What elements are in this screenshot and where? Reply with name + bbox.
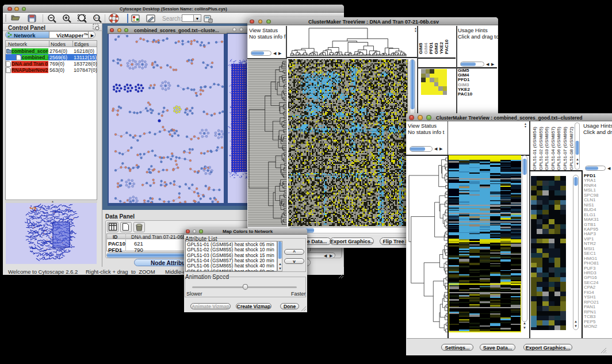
svg-text:1:1: 1:1 [95, 16, 99, 20]
